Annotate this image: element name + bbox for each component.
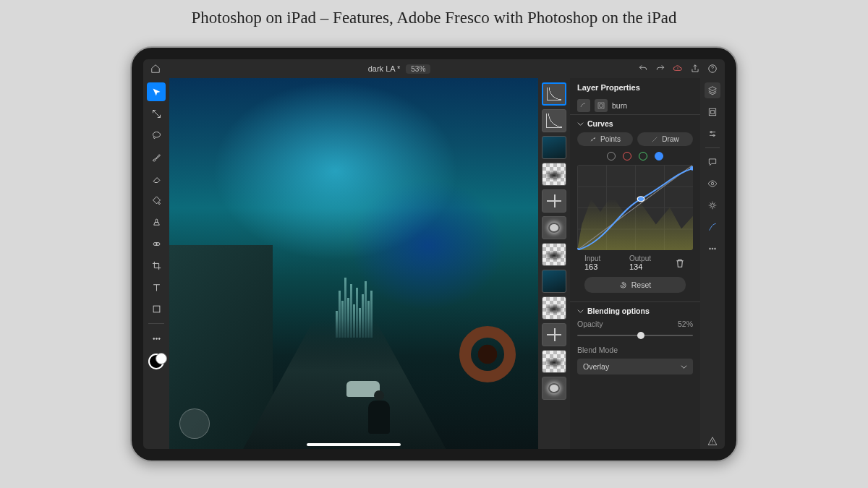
road-graphic bbox=[243, 319, 446, 449]
svg-rect-15 bbox=[711, 111, 715, 114]
layer-name[interactable]: burn bbox=[612, 101, 627, 110]
panel-title: Layer Properties bbox=[570, 78, 700, 97]
input-value[interactable]: 163 bbox=[584, 262, 621, 271]
svg-point-19 bbox=[711, 204, 715, 207]
curves-points-button[interactable]: Points bbox=[577, 132, 633, 146]
adjustments-icon[interactable] bbox=[705, 126, 720, 142]
canvas[interactable] bbox=[169, 78, 538, 449]
svg-point-9 bbox=[592, 140, 592, 140]
home-indicator[interactable] bbox=[307, 443, 401, 446]
donut-sign-graphic bbox=[459, 326, 516, 382]
layer-thumb[interactable] bbox=[542, 270, 566, 293]
help-icon[interactable] bbox=[706, 62, 719, 75]
svg-point-5 bbox=[156, 338, 157, 339]
doc-name: dark LA * bbox=[368, 64, 401, 73]
page-title: Photoshop on iPad – Features, Adobe Fres… bbox=[0, 0, 868, 27]
layer-thumb[interactable] bbox=[542, 136, 566, 159]
undo-icon[interactable] bbox=[637, 62, 650, 75]
layer-thumb[interactable] bbox=[542, 163, 566, 186]
input-label: Input bbox=[584, 254, 621, 262]
comments-icon[interactable] bbox=[705, 154, 720, 170]
layer-thumb[interactable] bbox=[542, 109, 566, 132]
svg-point-8 bbox=[600, 104, 603, 108]
channel-red[interactable] bbox=[623, 152, 631, 160]
warning-icon[interactable] bbox=[705, 433, 720, 449]
left-toolbar bbox=[143, 78, 169, 449]
svg-point-20 bbox=[710, 248, 711, 249]
svg-point-18 bbox=[711, 182, 714, 185]
layers-icon[interactable] bbox=[705, 82, 720, 98]
layer-thumb[interactable] bbox=[542, 296, 566, 320]
lasso-tool[interactable] bbox=[147, 126, 166, 145]
svg-point-22 bbox=[715, 248, 716, 249]
layer-strip bbox=[538, 78, 570, 449]
eraser-tool[interactable] bbox=[147, 169, 166, 188]
more-icon[interactable] bbox=[705, 241, 720, 257]
opacity-value: 52% bbox=[678, 320, 693, 328]
blending-section-header[interactable]: Blending options bbox=[577, 307, 693, 315]
home-icon[interactable] bbox=[149, 62, 162, 75]
channel-selector bbox=[577, 152, 693, 160]
svg-point-6 bbox=[158, 338, 160, 339]
topbar: dark LA * 53% bbox=[143, 59, 725, 78]
channel-green[interactable] bbox=[639, 152, 647, 160]
move-tool[interactable] bbox=[147, 82, 166, 101]
cloud-sync-error-icon[interactable] bbox=[671, 62, 684, 75]
effects-icon[interactable] bbox=[705, 197, 720, 213]
svg-point-4 bbox=[153, 338, 154, 339]
more-tools-icon[interactable] bbox=[147, 329, 166, 348]
curves-section-header[interactable]: Curves bbox=[577, 119, 693, 128]
properties-panel: Layer Properties burn Curves Points Draw bbox=[570, 78, 700, 449]
blendmode-select[interactable]: Overlay bbox=[577, 359, 693, 374]
redo-icon[interactable] bbox=[654, 62, 667, 75]
reset-button[interactable]: Reset bbox=[584, 277, 686, 293]
layer-thumb[interactable] bbox=[542, 216, 566, 239]
layer-thumb[interactable] bbox=[542, 323, 566, 346]
visibility-icon[interactable] bbox=[705, 176, 720, 192]
canvas-image bbox=[169, 78, 538, 449]
opacity-slider[interactable] bbox=[577, 331, 693, 340]
blendmode-label: Blend Mode bbox=[577, 346, 693, 354]
layer-thumb[interactable] bbox=[542, 350, 566, 373]
crop-tool[interactable] bbox=[147, 256, 166, 275]
ipad-frame: dark LA * 53% bbox=[130, 46, 738, 462]
type-tool[interactable] bbox=[147, 278, 166, 296]
output-value[interactable]: 134 bbox=[629, 262, 665, 271]
svg-point-21 bbox=[712, 248, 713, 249]
layer-thumb[interactable] bbox=[542, 377, 566, 400]
zoom-level[interactable]: 53% bbox=[406, 64, 430, 74]
svg-point-1 bbox=[153, 132, 160, 137]
transform-tool[interactable] bbox=[147, 104, 166, 123]
curves-panel-icon[interactable] bbox=[705, 219, 720, 235]
curves-draw-button[interactable]: Draw bbox=[637, 132, 693, 146]
touch-shortcut[interactable] bbox=[179, 408, 210, 439]
heal-tool[interactable] bbox=[147, 234, 166, 253]
layer-thumb[interactable] bbox=[542, 82, 566, 106]
layer-thumb[interactable] bbox=[542, 243, 566, 266]
layer-thumb[interactable] bbox=[542, 189, 566, 213]
fill-tool[interactable] bbox=[147, 191, 166, 210]
curves-graph[interactable] bbox=[577, 165, 693, 250]
layer-properties-icon[interactable] bbox=[705, 104, 720, 120]
svg-rect-14 bbox=[709, 108, 715, 115]
layer-kind-icon bbox=[577, 99, 590, 112]
share-icon[interactable] bbox=[689, 62, 702, 75]
channel-composite[interactable] bbox=[607, 152, 616, 160]
output-label: Output bbox=[629, 254, 665, 262]
app-screen: dark LA * 53% bbox=[143, 59, 725, 449]
color-swatch[interactable] bbox=[148, 354, 164, 369]
svg-rect-3 bbox=[153, 306, 160, 312]
svg-rect-7 bbox=[598, 103, 604, 108]
layer-mask-icon[interactable] bbox=[595, 99, 608, 112]
clone-stamp-tool[interactable] bbox=[147, 213, 166, 231]
channel-blue[interactable] bbox=[655, 152, 663, 160]
person-graphic bbox=[368, 401, 390, 434]
brush-tool[interactable] bbox=[147, 147, 166, 166]
delete-point-icon[interactable] bbox=[674, 257, 686, 269]
shape-tool[interactable] bbox=[147, 299, 166, 318]
svg-point-10 bbox=[594, 137, 595, 138]
document-title[interactable]: dark LA * 53% bbox=[368, 64, 431, 74]
svg-point-12 bbox=[637, 197, 644, 202]
opacity-label: Opacity bbox=[577, 320, 603, 328]
right-rail bbox=[700, 78, 725, 449]
